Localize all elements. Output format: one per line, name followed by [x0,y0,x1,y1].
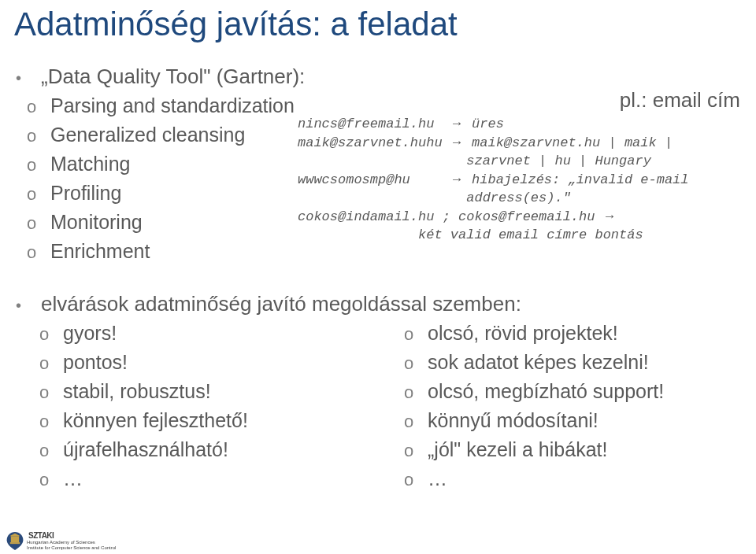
footer-logo-block: SZTAKI Hungarian Academy of Sciences Ins… [5,530,116,551]
slide-title: Adatminőség javítás: a feladat [0,0,756,42]
sub-bullet-icon: o [404,440,428,463]
sub-item-label: könnyű módosítani! [428,407,598,434]
code-text: cokos@indamail.hu ; cokos@freemail.hu [298,209,603,224]
sub-bullet-icon: o [404,353,428,375]
sub-bullet-icon: o [27,183,50,206]
sub-bullet-icon: o [39,411,63,434]
code-text: szarvnet | hu | Hungary [298,153,651,168]
footer-line-1: Hungarian Academy of Sciences [27,540,95,545]
sub-bullet-icon: o [27,154,50,177]
left-column: ogyors! opontos! ostabil, robusztus! okö… [27,319,391,494]
arrow-icon: → [603,209,617,223]
arrow-icon: → [450,172,464,187]
sub-item-label: „jól" kezeli a hibákat! [428,436,607,464]
sub-item-label: stabil, robusztus! [63,378,211,405]
sub-item-label: olcsó, rövid projektek! [428,319,618,347]
sub-item-label: Generalized cleansing [50,121,245,149]
sub-item-label: … [63,465,83,493]
code-text: address(es)." [298,190,571,205]
code-text: maik@szarvnet.huhu [298,135,450,150]
sub-bullet-icon: o [39,323,63,346]
sub-bullet-icon: o [39,353,63,375]
sub-bullet-icon: o [27,125,50,148]
code-text: két valid email címre bontás [298,227,643,242]
sub-item-label: Matching [50,150,130,178]
bullet-icon [14,65,41,92]
sub-item-label: Enrichment [50,238,150,265]
sub-item: oújrafelhasználható! [39,436,391,464]
code-text: üres [464,116,504,131]
sub-item: opontos! [39,349,391,376]
sub-item-label: Parsing and standardization [50,92,295,120]
code-text: maik@szarvnet.hu | maik | [464,135,673,150]
top-block: „Data Quality Tool" (Gartner): oParsing … [0,42,756,265]
code-text: hibajelzés: „invalid e-mail [464,172,689,187]
code-text: nincs@freemail.hu [298,116,450,131]
sub-bullet-icon: o [27,212,50,235]
footer-line-2: Institute for Computer Science and Contr… [27,545,116,550]
svg-rect-0 [11,536,19,542]
sub-item: oolcsó, megbízható support! [404,378,756,405]
example-heading: pl.: email cím [620,88,740,113]
sub-item-label: sok adatot képes kezelni! [428,349,649,376]
sub-bullet-icon: o [404,323,428,346]
sub-item-label: gyors! [63,319,117,347]
sub-item-label: könnyen fejleszthető! [63,407,248,434]
sub-item: o… [39,465,391,493]
sub-bullet-icon: o [27,96,50,119]
arrow-icon: → [450,116,464,131]
sub-bullet-icon: o [39,469,63,492]
sub-item-label: pontos! [63,349,128,376]
sub-bullet-icon: o [27,242,50,264]
sub-item: o… [404,465,756,493]
bottom-block: elvárások adatminőség javító megoldással… [0,267,756,494]
footer-logo-text: SZTAKI Hungarian Academy of Sciences Ins… [27,531,116,550]
sub-item: oolcsó, rövid projektek! [404,319,756,347]
footer-acronym: SZTAKI [27,531,54,540]
sub-bullet-icon: o [404,382,428,404]
sub-bullet-icon: o [404,469,428,492]
right-column: oolcsó, rövid projektek! osok adatot kép… [391,319,756,494]
arrow-icon: → [450,135,464,150]
sub-bullet-icon: o [39,440,63,463]
sub-item-label: olcsó, megbízható support! [428,378,664,405]
sub-item-label: Profiling [50,179,121,207]
sub-item: okönnyen fejleszthető! [39,407,391,434]
sub-bullet-icon: o [404,411,428,434]
two-column-list: ogyors! opontos! ostabil, robusztus! okö… [14,319,756,494]
bullet-lead-2: elvárások adatminőség javító megoldással… [14,292,756,319]
sub-bullet-icon: o [39,382,63,404]
sub-item-label: Monitoring [50,209,143,236]
mta-logo-icon [5,530,25,551]
sub-item-label: … [428,465,447,493]
sub-item: o„jól" kezeli a hibákat! [404,436,756,464]
sub-item-label: újrafelhasználható! [63,436,228,464]
example-code: nincs@freemail.hu → üres maik@szarvnet.h… [298,115,747,245]
sub-item: ogyors! [39,319,391,347]
lead-text-1: „Data Quality Tool" (Gartner): [41,65,305,89]
svg-rect-1 [10,542,20,544]
lead-text-2: elvárások adatminőség javító megoldással… [41,292,521,316]
sub-item: okönnyű módosítani! [404,407,756,434]
bullet-icon [14,292,41,319]
sub-item: ostabil, robusztus! [39,378,391,405]
sub-item: osok adatot képes kezelni! [404,349,756,376]
code-text: wwwcsomosmp@hu [298,172,450,187]
